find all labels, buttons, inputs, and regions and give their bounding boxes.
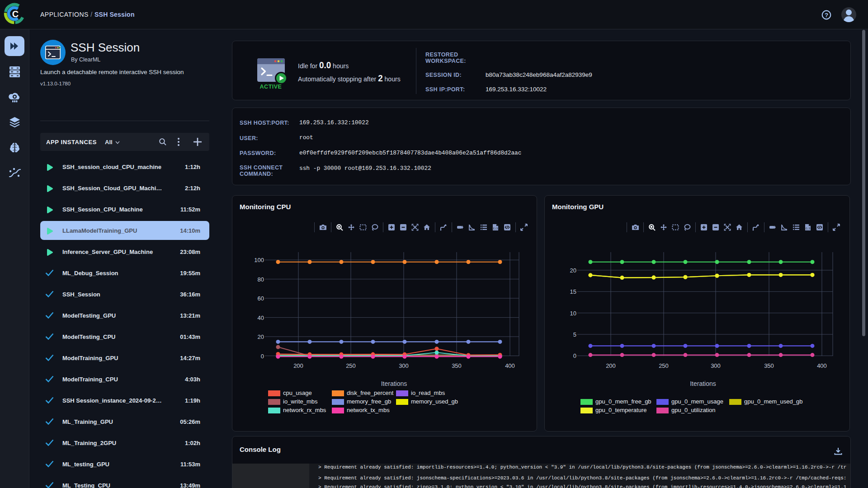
- svg-text:80: 80: [258, 276, 264, 283]
- svg-text:40: 40: [258, 314, 264, 321]
- svg-text:200: 200: [606, 362, 616, 369]
- svg-text:300: 300: [711, 362, 721, 369]
- svg-text:60: 60: [258, 295, 264, 302]
- svg-text:250: 250: [346, 362, 356, 369]
- svg-text:350: 350: [452, 362, 462, 369]
- svg-text:200: 200: [293, 362, 303, 369]
- svg-text:0: 0: [573, 352, 576, 359]
- svg-text:C: C: [12, 9, 19, 19]
- svg-text:250: 250: [659, 362, 669, 369]
- svg-text:350: 350: [764, 362, 774, 369]
- svg-text:300: 300: [399, 362, 409, 369]
- svg-text:0: 0: [261, 353, 264, 360]
- svg-text:400: 400: [505, 362, 515, 369]
- svg-text:?: ?: [825, 12, 828, 19]
- svg-text:400: 400: [817, 362, 827, 369]
- svg-text:20: 20: [258, 333, 264, 340]
- svg-text:20: 20: [570, 267, 576, 274]
- svg-text:5: 5: [573, 331, 576, 338]
- svg-text:10: 10: [570, 310, 576, 317]
- svg-text:15: 15: [570, 288, 576, 295]
- svg-text:100: 100: [254, 257, 264, 263]
